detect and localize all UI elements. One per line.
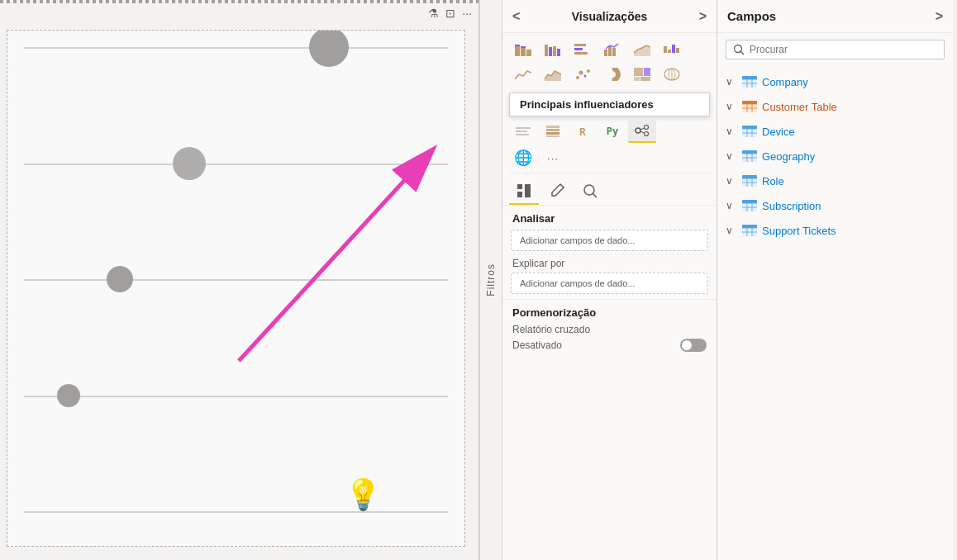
viz-icon-extra4[interactable]: Py <box>598 120 626 143</box>
svg-point-25 <box>584 75 587 78</box>
campos-item-label-geography: Geography <box>762 150 815 163</box>
svg-rect-18 <box>664 46 667 53</box>
svg-rect-41 <box>546 135 559 137</box>
svg-rect-11 <box>574 44 586 46</box>
viz-header: < Visualizações > <box>502 0 717 33</box>
campos-item-role[interactable]: ∨ Role <box>717 168 953 193</box>
viz-icon-stacked-bar[interactable] <box>509 38 537 61</box>
relatorio-cruzado-row: Relatório cruzado <box>512 324 707 335</box>
filter-icon[interactable]: ⚗ <box>428 7 439 20</box>
chart-row-2 <box>24 164 448 165</box>
viz-row-2 <box>509 63 710 86</box>
viz-icon-extra1[interactable] <box>509 120 537 143</box>
svg-point-23 <box>576 76 579 79</box>
desativado-row: Desativado <box>512 339 707 352</box>
svg-point-26 <box>587 69 590 73</box>
svg-rect-36 <box>516 131 527 132</box>
campos-item-label-role: Role <box>762 175 784 187</box>
campos-item-customer-table[interactable]: ∨ Customer Table <box>717 94 953 119</box>
canvas-area: ⚗ ⊡ ··· <box>0 0 479 560</box>
svg-rect-14 <box>604 50 607 56</box>
svg-rect-5 <box>521 46 526 48</box>
svg-line-51 <box>593 194 598 198</box>
bubble-3 <box>107 266 133 292</box>
viz-icon-clustered-bar[interactable] <box>539 38 567 61</box>
campos-item-label-device: Device <box>762 126 795 138</box>
table-icon-support <box>742 225 757 236</box>
svg-rect-19 <box>668 50 671 53</box>
viz-icon-line[interactable] <box>509 63 537 86</box>
viz-icon-map[interactable] <box>658 63 686 86</box>
svg-rect-79 <box>742 175 757 178</box>
campos-item-subscription[interactable]: ∨ Subscription <box>717 193 953 218</box>
analisar-field[interactable]: Adicionar campos de dado... <box>511 230 708 251</box>
tooltip-text: Principais influenciadores <box>520 98 654 111</box>
viz-icon-horizontal-bar[interactable] <box>569 38 597 61</box>
campos-list: ∨ Company ∨ <box>717 66 953 560</box>
chevron-role-icon: ∨ <box>726 175 737 187</box>
viz-icon-extra2[interactable] <box>539 120 567 143</box>
campos-item-label-company: Company <box>762 76 808 88</box>
table-icon-customer <box>742 101 757 112</box>
svg-rect-4 <box>521 48 526 56</box>
svg-rect-21 <box>676 48 679 53</box>
campos-item-company[interactable]: ∨ Company <box>717 69 953 94</box>
viz-tab-analytics[interactable] <box>575 178 605 205</box>
viz-icon-line-bar[interactable] <box>598 38 626 61</box>
svg-rect-9 <box>553 46 556 56</box>
svg-rect-67 <box>742 126 757 129</box>
svg-rect-15 <box>608 46 612 56</box>
chart-row-4 <box>24 396 448 397</box>
campos-right-arrow[interactable]: > <box>936 9 943 24</box>
more-options-icon[interactable]: ··· <box>462 7 472 20</box>
relatorio-cruzado-label: Relatório cruzado <box>512 324 590 335</box>
viz-icons-grid <box>502 33 717 91</box>
desativado-toggle[interactable] <box>680 339 707 352</box>
svg-rect-2 <box>515 46 520 56</box>
campos-item-label-customer: Customer Table <box>762 101 837 113</box>
viz-icon-key-influencers[interactable] <box>628 120 656 143</box>
bubble-4 <box>57 384 80 407</box>
viz-right-arrow[interactable]: > <box>699 9 707 24</box>
campos-item-geography[interactable]: ∨ Geography <box>717 144 953 168</box>
chevron-device-icon: ∨ <box>726 126 737 137</box>
svg-rect-20 <box>672 45 675 53</box>
svg-point-24 <box>579 71 583 75</box>
analisar-label: Analisar <box>502 206 717 228</box>
search-input[interactable] <box>750 44 937 55</box>
focus-icon[interactable]: ⊡ <box>445 7 455 20</box>
svg-rect-28 <box>634 68 643 76</box>
svg-rect-29 <box>644 68 650 76</box>
viz-icon-more-visuals[interactable]: ··· <box>539 146 567 169</box>
desativado-label: Desativado <box>512 339 562 351</box>
viz-icon-globe[interactable]: 🌐 <box>509 146 537 169</box>
svg-point-43 <box>645 126 649 130</box>
svg-point-50 <box>584 185 594 195</box>
svg-rect-13 <box>574 52 588 55</box>
viz-icon-area[interactable] <box>628 38 656 61</box>
viz-tab-format[interactable] <box>542 178 572 205</box>
viz-icon-treemap[interactable] <box>628 63 656 86</box>
chart-row-5: 💡 <box>24 511 448 513</box>
canvas-top-border <box>0 0 479 3</box>
bubble-2 <box>173 147 206 180</box>
viz-icon-waterfall[interactable] <box>658 38 686 61</box>
viz-icon-pie[interactable] <box>598 63 626 86</box>
viz-icon-extra3[interactable]: R <box>569 120 597 143</box>
svg-point-27 <box>607 69 618 80</box>
campos-item-support-tickets[interactable]: ∨ Support Tickets <box>717 218 953 243</box>
viz-left-arrow[interactable]: < <box>512 9 520 24</box>
svg-rect-10 <box>557 49 560 56</box>
explicar-field[interactable]: Adicionar campos de dado... <box>511 273 708 294</box>
svg-rect-30 <box>634 77 640 81</box>
campos-item-device[interactable]: ∨ Device <box>717 119 953 144</box>
viz-icon-area2[interactable] <box>539 63 567 86</box>
viz-tab-build[interactable] <box>509 178 539 205</box>
table-icon-geography <box>742 150 757 162</box>
viz-icon-scatter[interactable] <box>569 63 597 86</box>
svg-point-52 <box>735 45 742 53</box>
campos-search-box[interactable] <box>726 40 945 59</box>
filtros-label: Filtros <box>485 263 497 297</box>
svg-line-46 <box>640 131 645 133</box>
svg-rect-47 <box>517 184 522 189</box>
